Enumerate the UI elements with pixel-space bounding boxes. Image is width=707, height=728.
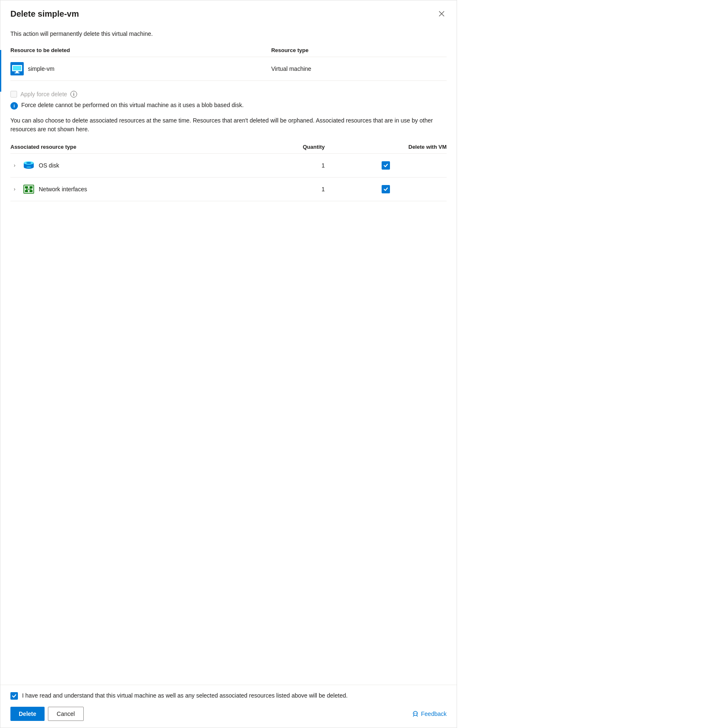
- network-interfaces-delete-checkbox-cell: [325, 178, 447, 201]
- os-disk-icon: [23, 160, 35, 171]
- os-disk-expand-chevron[interactable]: ›: [10, 161, 19, 170]
- force-delete-section: Apply force delete i i Force delete cann…: [10, 91, 447, 110]
- network-interfaces-delete-checkbox[interactable]: [382, 185, 390, 193]
- left-accent-border: [0, 50, 1, 92]
- force-delete-notice: i Force delete cannot be performed on th…: [10, 102, 447, 110]
- delete-dialog: Delete simple-vm This action will perman…: [0, 0, 457, 728]
- delete-button[interactable]: Delete: [10, 707, 45, 721]
- resource-col-header: Resource to be deleted: [10, 44, 271, 57]
- feedback-label: Feedback: [421, 710, 447, 717]
- network-interfaces-name-cell: ›: [10, 178, 255, 201]
- resource-table: Resource to be deleted Resource type: [10, 44, 447, 81]
- svg-rect-13: [30, 186, 32, 188]
- svg-rect-14: [25, 190, 28, 192]
- assoc-col3-header: Delete with VM: [325, 140, 447, 154]
- network-interfaces-quantity: 1: [255, 178, 325, 201]
- svg-rect-4: [15, 73, 20, 73]
- description-text: You can also choose to delete associated…: [10, 116, 447, 134]
- os-disk-row: › OS disk: [10, 154, 447, 178]
- os-disk-name-cell: › OS disk: [10, 154, 255, 178]
- confirm-checkbox[interactable]: [10, 692, 18, 700]
- confirm-row: I have read and understand that this vir…: [10, 692, 447, 700]
- force-delete-checkbox[interactable]: [10, 91, 17, 98]
- dialog-header: Delete simple-vm: [0, 0, 457, 25]
- svg-point-9: [26, 166, 31, 168]
- svg-rect-2: [13, 66, 21, 70]
- footer-buttons: Delete Cancel Feedback: [10, 707, 447, 721]
- force-delete-label[interactable]: Apply force delete i: [10, 91, 447, 98]
- close-button[interactable]: [437, 9, 447, 19]
- force-delete-text: Apply force delete: [20, 91, 67, 98]
- os-disk-delete-checkbox[interactable]: [382, 161, 390, 170]
- cancel-button[interactable]: Cancel: [48, 707, 84, 721]
- svg-point-20: [414, 713, 415, 714]
- os-disk-label: OS disk: [39, 162, 59, 169]
- os-disk-delete-checkbox-cell: [325, 154, 447, 178]
- confirm-text: I have read and understand that this vir…: [22, 692, 347, 700]
- network-interfaces-label: Network interfaces: [39, 186, 87, 193]
- network-interfaces-row: ›: [10, 178, 447, 201]
- svg-rect-3: [16, 71, 18, 73]
- dialog-footer: I have read and understand that this vir…: [0, 685, 457, 728]
- dialog-title: Delete simple-vm: [10, 9, 79, 19]
- resource-name: simple-vm: [28, 65, 55, 72]
- feedback-link[interactable]: Feedback: [412, 710, 447, 717]
- svg-point-8: [26, 162, 31, 164]
- force-delete-notice-text: Force delete cannot be performed on this…: [21, 102, 244, 108]
- resource-type-cell: Virtual machine: [271, 57, 447, 81]
- info-circle-icon: i: [10, 102, 18, 110]
- force-delete-info-icon: i: [70, 91, 77, 98]
- resource-name-cell: simple-vm: [10, 57, 271, 81]
- assoc-col1-header: Associated resource type: [10, 140, 255, 154]
- svg-point-21: [416, 713, 417, 714]
- svg-rect-12: [25, 186, 28, 188]
- network-interfaces-icon: [23, 183, 35, 195]
- svg-rect-15: [30, 190, 32, 192]
- subtitle-text: This action will permanently delete this…: [10, 25, 447, 44]
- footer-left-actions: Delete Cancel: [10, 707, 84, 721]
- resource-type-col-header: Resource type: [271, 44, 447, 57]
- assoc-col2-header: Quantity: [255, 140, 325, 154]
- vm-icon: [10, 62, 24, 75]
- network-interfaces-expand-chevron[interactable]: ›: [10, 185, 19, 193]
- os-disk-quantity: 1: [255, 154, 325, 178]
- table-row: simple-vm Virtual machine: [10, 57, 447, 81]
- associated-resource-table: Associated resource type Quantity Delete…: [10, 140, 447, 201]
- dialog-body: This action will permanently delete this…: [0, 25, 457, 685]
